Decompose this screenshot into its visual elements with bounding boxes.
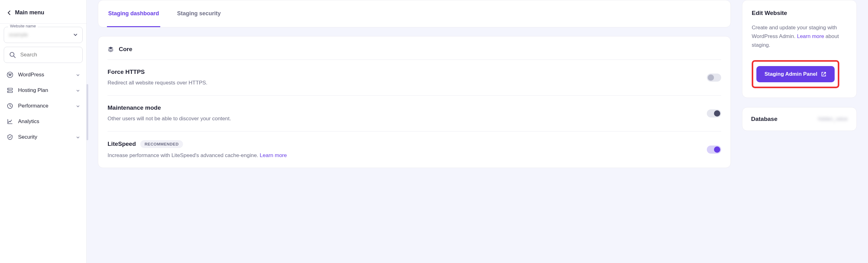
shield-icon (7, 134, 13, 140)
setting-litespeed: LiteSpeed RECOMMENDED Increase performan… (107, 131, 721, 168)
external-link-icon (821, 71, 827, 77)
website-select[interactable]: example (4, 27, 83, 43)
edit-website-panel: Edit Website Create and update your stag… (742, 0, 857, 98)
svg-rect-3 (7, 91, 12, 93)
toggle-litespeed[interactable] (707, 145, 721, 154)
back-label: Main menu (15, 9, 44, 16)
panel-title: Edit Website (752, 10, 847, 17)
sidebar-nav: WordPress Hosting Plan Performance (0, 63, 86, 149)
sidebar-item-label: Analytics (18, 119, 80, 125)
panel-text: Create and update your staging with Word… (752, 23, 847, 50)
website-field-label: Website name (8, 24, 38, 28)
caret-down-icon (76, 87, 80, 94)
sidebar-item-hosting-plan[interactable]: Hosting Plan (3, 83, 83, 98)
setting-title: Maintenance mode (107, 104, 161, 111)
sidebar-item-wordpress[interactable]: WordPress (3, 67, 83, 82)
tabs-card: Staging dashboard Staging security (98, 0, 731, 27)
svg-point-1 (7, 72, 13, 77)
setting-desc: Increase performance with LiteSpeed's ad… (107, 152, 699, 159)
caret-down-icon (76, 103, 80, 109)
learn-more-link[interactable]: Learn more (260, 152, 287, 158)
search-icon (9, 52, 16, 58)
chart-icon (7, 119, 13, 125)
chevron-left-icon (7, 10, 10, 15)
setting-desc: Other users will not be able to discover… (107, 115, 699, 123)
tab-staging-security[interactable]: Staging security (176, 0, 222, 27)
svg-rect-2 (7, 88, 12, 90)
sidebar: Main menu Website name example (0, 0, 87, 263)
search-box[interactable] (4, 47, 83, 63)
setting-maintenance-mode: Maintenance mode Other users will not be… (107, 95, 721, 131)
tab-staging-dashboard[interactable]: Staging dashboard (107, 0, 160, 27)
sidebar-item-label: Performance (18, 103, 71, 109)
caret-down-icon (73, 34, 77, 36)
back-to-main-menu[interactable]: Main menu (0, 0, 86, 23)
setting-title: LiteSpeed (107, 140, 136, 147)
website-select-group: Website name example (4, 27, 83, 43)
tabs: Staging dashboard Staging security (107, 0, 722, 27)
core-title: Core (119, 46, 132, 53)
recommended-badge: RECOMMENDED (140, 140, 183, 148)
setting-force-https: Force HTTPS Redirect all website request… (107, 60, 721, 95)
database-value: hidden_value (818, 116, 848, 122)
website-select-value: example (9, 32, 28, 38)
svg-point-4 (8, 89, 9, 90)
setting-title: Force HTTPS (107, 69, 145, 75)
sidebar-item-performance[interactable]: Performance (3, 98, 83, 113)
highlight-box: Staging Admin Panel (752, 60, 839, 88)
core-card: Core Force HTTPS Redirect all website re… (98, 36, 731, 168)
toggle-force-https[interactable] (707, 73, 721, 81)
caret-down-icon (76, 134, 80, 140)
gauge-icon (7, 103, 13, 109)
sidebar-item-label: WordPress (18, 72, 71, 78)
server-icon (7, 87, 13, 94)
setting-desc: Redirect all website requests over HTTPS… (107, 79, 699, 87)
database-card: Database hidden_value (742, 107, 857, 131)
layers-icon (107, 46, 114, 52)
sidebar-item-label: Security (18, 134, 71, 140)
database-title: Database (751, 116, 778, 123)
svg-point-5 (8, 92, 9, 92)
scrollbar[interactable] (86, 84, 88, 140)
staging-admin-panel-button[interactable]: Staging Admin Panel (756, 66, 835, 82)
caret-down-icon (76, 72, 80, 78)
search-input[interactable] (20, 52, 77, 58)
learn-more-link[interactable]: Learn more (797, 33, 824, 39)
toggle-maintenance-mode[interactable] (707, 109, 721, 118)
sidebar-item-security[interactable]: Security (3, 130, 83, 144)
sidebar-item-analytics[interactable]: Analytics (3, 114, 83, 129)
main-content: Staging dashboard Staging security Core … (87, 0, 868, 263)
sidebar-item-label: Hosting Plan (18, 87, 71, 94)
wordpress-icon (7, 72, 13, 78)
core-header: Core (107, 46, 721, 60)
svg-point-0 (10, 52, 14, 56)
